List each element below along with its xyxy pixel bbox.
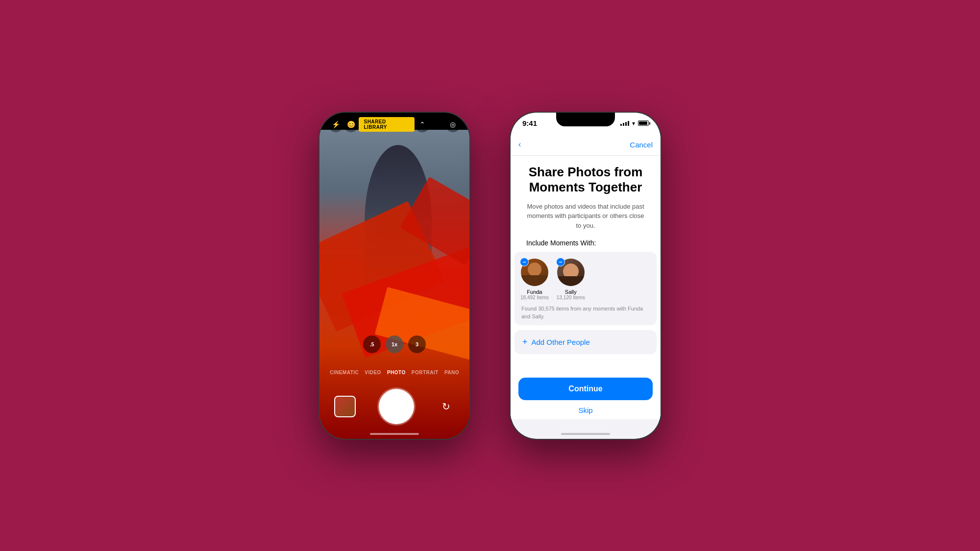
section-label: Include Moments With:	[518, 239, 653, 247]
person-funda[interactable]: − Funda 18,492 Items	[520, 259, 549, 300]
photo-thumbnail[interactable]	[334, 396, 356, 417]
rotate-camera-icon[interactable]: ↻	[437, 398, 455, 415]
mode-photo[interactable]: PHOTO	[387, 370, 406, 375]
continue-button[interactable]: Continue	[518, 378, 653, 400]
people-card: − Funda 18,492 Items −	[514, 252, 657, 325]
people-row: − Funda 18,492 Items −	[520, 259, 651, 300]
mode-pano[interactable]: PANO	[444, 370, 459, 375]
signal-icon	[620, 121, 629, 126]
people-icon[interactable]: 😊	[343, 117, 359, 132]
add-people-label: Add Other People	[532, 338, 590, 346]
home-indicator	[561, 433, 610, 435]
camera-top-bar: ⚡ 😊 SHARED LIBRARY ⌃ ◎	[319, 117, 469, 132]
skip-button[interactable]: Skip	[518, 406, 653, 414]
shutter-button[interactable]	[379, 389, 414, 424]
camera-bottom-controls: ↻	[319, 389, 469, 424]
zoom-1x[interactable]: 1x	[386, 335, 403, 353]
battery-icon	[638, 120, 649, 126]
page-title: Share Photos from Moments Together	[518, 165, 653, 195]
settings-notch	[556, 113, 615, 126]
camera-modes: CINEMATIC VIDEO PHOTO PORTRAIT PANO	[319, 370, 469, 375]
cancel-button[interactable]: Cancel	[630, 141, 653, 149]
settings-phone: 9:41 ▾ ‹	[510, 112, 662, 440]
zoom-point5[interactable]: .5	[363, 335, 381, 353]
zoom-3x[interactable]: 3	[408, 335, 426, 353]
phones-container: ⚡ 😊 SHARED LIBRARY ⌃ ◎ .5 1x	[318, 112, 662, 440]
home-indicator	[370, 433, 419, 435]
mode-portrait[interactable]: PORTRAIT	[412, 370, 439, 375]
wifi-icon: ▾	[632, 120, 635, 127]
plus-icon: +	[522, 337, 528, 347]
nav-bar: ‹ Cancel	[511, 134, 661, 156]
camera-phone: ⚡ 😊 SHARED LIBRARY ⌃ ◎ .5 1x	[318, 112, 470, 440]
action-area: Continue Skip	[511, 371, 661, 419]
sally-name: Sally	[565, 289, 577, 295]
zoom-controls: .5 1x 3	[363, 335, 426, 353]
mode-cinematic[interactable]: CINEMATIC	[330, 370, 359, 375]
flash-icon[interactable]: ⚡	[328, 117, 343, 132]
sally-avatar: −	[557, 259, 585, 286]
page-subtitle: Move photos and videos that include past…	[518, 202, 653, 231]
sally-remove-badge[interactable]: −	[556, 258, 565, 266]
settings-icon[interactable]: ◎	[445, 117, 461, 132]
screen-content: Share Photos from Moments Together Move …	[511, 156, 661, 419]
funda-count: 18,492 Items	[520, 295, 549, 300]
sally-count: 13,120 Items	[557, 295, 585, 300]
found-text: Found 30,575 items from any moments with…	[520, 305, 651, 320]
mode-video[interactable]: VIDEO	[365, 370, 381, 375]
back-button[interactable]: ‹	[518, 140, 521, 149]
person-sally[interactable]: − Sally 13,120 Items	[557, 259, 585, 300]
add-other-people-button[interactable]: + Add Other People	[514, 330, 657, 354]
funda-avatar: −	[521, 259, 548, 286]
settings-screen: 9:41 ▾ ‹	[511, 113, 661, 439]
chevron-up-icon[interactable]: ⌃	[415, 117, 430, 132]
chevron-left-icon: ‹	[518, 140, 521, 149]
status-icons: ▾	[620, 120, 649, 127]
status-time: 9:41	[522, 119, 537, 127]
funda-name: Funda	[527, 289, 542, 295]
battery-fill	[639, 121, 647, 125]
shared-library-badge: SHARED LIBRARY	[359, 117, 415, 132]
